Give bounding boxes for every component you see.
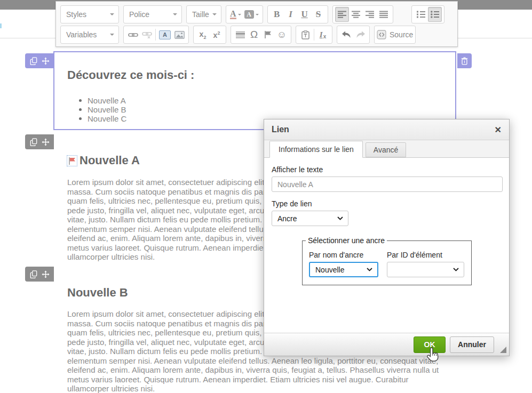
tab-advanced[interactable]: Avancé [366, 142, 406, 157]
source-button-label: Source [390, 30, 413, 39]
anchor-select-group: Sélectionner une ancre Par nom d'ancre N… [302, 240, 472, 285]
horizontal-rule-icon [236, 31, 245, 38]
align-right-button[interactable] [363, 7, 377, 22]
anchor-button[interactable] [261, 27, 275, 42]
paste-text-button[interactable] [298, 27, 312, 42]
source-icon [377, 30, 386, 39]
variables-dropdown[interactable]: Variables [60, 26, 119, 44]
dialog-body: Afficher le texte Type de lien Ancre Sél… [264, 158, 509, 333]
caret-down-icon [110, 34, 114, 36]
block-intro-actions [25, 53, 54, 68]
anchor-marker[interactable] [67, 155, 77, 166]
numbered-list-icon [417, 11, 425, 18]
unlink-button[interactable] [140, 27, 154, 42]
superscript-icon: x2 [213, 30, 220, 39]
copy-icon[interactable] [30, 270, 37, 278]
align-left-button[interactable] [335, 7, 349, 22]
placeholder-button[interactable]: A [157, 27, 172, 42]
image-button[interactable] [172, 27, 186, 42]
move-icon[interactable] [42, 57, 50, 65]
anchor-link-a[interactable]: Nouvelle A [88, 96, 126, 105]
align-left-icon [338, 11, 346, 18]
anchor-by-id-column: Par ID d'élément [387, 251, 464, 277]
paste-text-icon [301, 30, 309, 39]
source-button[interactable]: Source [374, 26, 416, 44]
text-color-button[interactable]: A [228, 7, 243, 22]
trash-icon [461, 57, 468, 65]
strikethrough-icon: S [316, 9, 321, 20]
special-char-button[interactable]: Ω [247, 27, 261, 42]
redo-icon [355, 31, 366, 38]
tab-link-info[interactable]: Informations sur le lien [269, 141, 363, 158]
italic-icon: I [289, 9, 292, 20]
italic-button[interactable]: I [284, 7, 298, 22]
align-center-button[interactable] [349, 7, 363, 22]
toolbar-separator [155, 29, 156, 41]
move-icon[interactable] [42, 138, 50, 146]
underline-button[interactable]: U [298, 7, 312, 22]
text-color-icon: A [230, 10, 236, 19]
block-a-actions [25, 134, 54, 149]
anchor-group-legend: Sélectionner une ancre [306, 236, 387, 245]
toolbar-row-2: Variables [60, 26, 416, 44]
dialog-footer: OK Annuler [264, 333, 509, 356]
alignment-group [332, 5, 393, 23]
align-right-icon [366, 11, 374, 18]
horizontal-rule-button[interactable] [233, 27, 247, 42]
underline-icon: U [301, 9, 307, 20]
styles-dropdown-label: Styles [66, 10, 86, 19]
anchor-by-id-select[interactable] [387, 262, 464, 277]
smiley-button[interactable]: ☺ [275, 27, 289, 42]
copy-icon[interactable] [30, 138, 37, 146]
caret-down-icon [212, 13, 217, 15]
anchor-link-b[interactable]: Nouvelle B [88, 105, 126, 114]
strikethrough-button[interactable]: S [312, 7, 325, 22]
list-item[interactable]: Nouvelle C [79, 114, 126, 123]
copy-icon[interactable] [30, 57, 37, 65]
display-text-label: Afficher le texte [272, 165, 502, 174]
intro-heading[interactable]: Découvrez ce mois-ci : [67, 68, 194, 82]
list-item[interactable]: Nouvelle B [79, 105, 126, 114]
resize-handle[interactable] [500, 347, 506, 353]
smiley-icon: ☺ [277, 29, 287, 41]
bullet-list-icon [431, 11, 439, 18]
list-item[interactable]: Nouvelle A [79, 96, 126, 105]
dialog-titlebar[interactable]: Lien ✕ [264, 119, 509, 140]
subscript-button[interactable]: x2 [196, 27, 210, 42]
article-b-heading[interactable]: Nouvelle B [67, 286, 128, 300]
close-icon[interactable]: ✕ [495, 125, 502, 135]
caret-down-icon [110, 13, 114, 15]
anchor-by-name-select[interactable]: Nouvelle [309, 262, 378, 277]
anchor-by-name-column: Par nom d'ancre Nouvelle [309, 251, 378, 277]
undo-button[interactable] [339, 27, 353, 42]
superscript-button[interactable]: x2 [210, 27, 224, 42]
justify-button[interactable] [377, 7, 391, 22]
move-icon[interactable] [42, 270, 50, 278]
font-size-dropdown[interactable]: Taille [186, 5, 221, 23]
block-intro-delete[interactable] [457, 53, 472, 68]
dialog-tabs: Informations sur le lien Avancé [264, 140, 509, 158]
bullet-list-button[interactable] [428, 7, 442, 22]
remove-format-button[interactable]: I x [316, 27, 330, 42]
undo-icon [342, 31, 352, 38]
link-button[interactable] [126, 27, 140, 42]
bold-button[interactable]: B [270, 7, 284, 22]
clipboard-group: I x [296, 26, 332, 44]
styles-dropdown[interactable]: Styles [60, 5, 119, 23]
numbered-list-button[interactable] [414, 7, 428, 22]
insert-group: Ω ☺ [231, 26, 291, 44]
bullet-dot [79, 99, 82, 102]
anchor-link-c[interactable]: Nouvelle C [88, 114, 126, 123]
link-type-select[interactable]: Ancre [272, 211, 348, 226]
display-text-input[interactable] [272, 177, 503, 192]
cancel-button[interactable]: Annuler [450, 336, 494, 353]
background-color-button[interactable]: A [243, 7, 260, 22]
unlink-icon [142, 31, 152, 38]
redo-button[interactable] [353, 27, 367, 42]
link-group: A [123, 26, 189, 44]
article-a-heading[interactable]: Nouvelle A [80, 154, 140, 167]
anchor-by-name-value: Nouvelle [315, 266, 344, 274]
color-group: A A [226, 5, 263, 23]
mouse-cursor-pointer [425, 347, 439, 365]
font-dropdown[interactable]: Police [123, 5, 182, 23]
